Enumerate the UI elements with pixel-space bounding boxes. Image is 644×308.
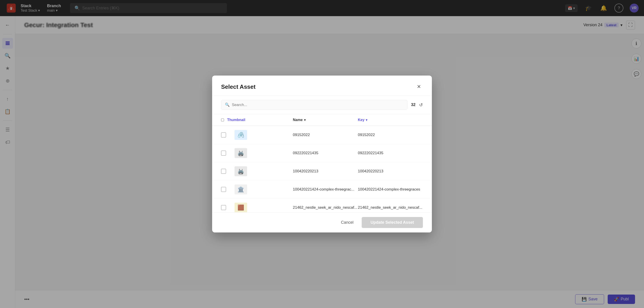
row-2-thumb: 🖨️ <box>234 148 293 158</box>
row-3-key: 100420220213 <box>358 169 423 174</box>
row-5-thumbnail: 🟫 <box>234 203 247 212</box>
row-4-thumb: 🏛️ <box>234 184 293 194</box>
row-4-checkbox[interactable] <box>221 187 226 192</box>
modal-search-row: 🔍 32 ↺ <box>212 96 432 114</box>
row-3-thumbnail: 🖨️ <box>234 166 247 176</box>
table-row: 🖇️ 09152022 09152022 <box>212 126 432 144</box>
modal-search-container[interactable]: 🔍 <box>221 100 408 110</box>
table-row: 🏛️ 100420221424-complex-threegrac... 100… <box>212 180 432 198</box>
row-3-checkbox-col <box>221 169 234 174</box>
row-4-thumbnail: 🏛️ <box>234 184 247 194</box>
row-2-checkbox[interactable] <box>221 151 226 156</box>
modal-search-input[interactable] <box>232 103 404 107</box>
thumb-spacer <box>234 118 293 122</box>
table-header: Thumbnail Name Key <box>212 114 432 126</box>
cancel-button[interactable]: Cancel <box>336 218 358 227</box>
table-row: 🟫 21462_nestle_seek_ar_nido_nescaf... 21… <box>212 198 432 212</box>
select-all-checkbox[interactable] <box>221 118 224 122</box>
row-3-name: 100420220213 <box>293 169 358 174</box>
row-1-checkbox[interactable] <box>221 132 226 138</box>
row-3-checkbox[interactable] <box>221 169 226 174</box>
thumbnail-col-header[interactable]: Thumbnail <box>221 118 234 122</box>
row-2-key: 092220221435 <box>358 151 423 155</box>
row-1-thumbnail: 🖇️ <box>234 130 247 140</box>
row-1-key: 09152022 <box>358 133 423 137</box>
row-3-thumb: 🖨️ <box>234 166 293 176</box>
modal-search-icon: 🔍 <box>225 102 230 107</box>
row-4-checkbox-col <box>221 187 234 192</box>
update-selected-asset-button[interactable]: Update Selected Asset <box>362 217 423 228</box>
select-asset-modal: Select Asset ✕ 🔍 32 ↺ Thumbnail Name Key <box>212 76 432 232</box>
asset-table: 🖇️ 09152022 09152022 🖨️ 09222022143 <box>212 126 432 212</box>
modal-overlay: Select Asset ✕ 🔍 32 ↺ Thumbnail Name Key <box>0 0 644 308</box>
table-row: 🖨️ 100420220213 100420220213 <box>212 162 432 180</box>
modal-header: Select Asset ✕ <box>212 76 432 96</box>
table-row: 🖨️ 092220221435 092220221435 <box>212 144 432 162</box>
row-4-key: 100420221424-complex-threegraces <box>358 187 423 192</box>
asset-count: 32 <box>411 102 416 107</box>
row-2-name: 092220221435 <box>293 151 358 155</box>
modal-footer: Cancel Update Selected Asset <box>212 212 432 232</box>
row-1-checkbox-col <box>221 132 234 138</box>
row-5-checkbox-col <box>221 205 234 210</box>
row-5-checkbox[interactable] <box>221 205 226 210</box>
row-5-key: 21462_nestle_seek_ar_nido_nescaf... <box>358 205 423 210</box>
row-2-checkbox-col <box>221 151 234 156</box>
refresh-icon[interactable]: ↺ <box>419 102 423 108</box>
row-1-name: 09152022 <box>293 133 358 137</box>
modal-title: Select Asset <box>221 84 256 90</box>
row-2-thumbnail: 🖨️ <box>234 148 247 158</box>
row-4-name: 100420221424-complex-threegrac... <box>293 187 358 192</box>
row-5-thumb: 🟫 <box>234 203 293 212</box>
row-1-thumb: 🖇️ <box>234 130 293 140</box>
key-col-header[interactable]: Key <box>358 118 423 122</box>
modal-close-button[interactable]: ✕ <box>415 83 423 91</box>
name-col-header[interactable]: Name <box>293 118 358 122</box>
row-5-name: 21462_nestle_seek_ar_nido_nescaf... <box>293 205 358 210</box>
